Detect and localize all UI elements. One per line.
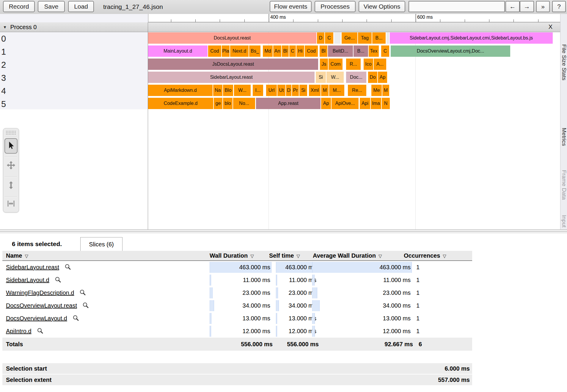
search-input[interactable] (409, 1, 505, 12)
timeline-slice[interactable]: CodeExample.d (148, 98, 213, 109)
timeline-slice[interactable]: Ge... (342, 32, 357, 44)
timeline-slice[interactable]: D (317, 32, 324, 44)
row-name-link[interactable]: SidebarLayout.reast (6, 261, 71, 274)
help-button[interactable]: ? (552, 1, 566, 12)
timeline-slice[interactable]: Bl (320, 45, 327, 57)
close-process-button[interactable]: X (549, 23, 552, 30)
processes-button[interactable]: Processes (315, 1, 356, 12)
timeline-slice[interactable]: Bl (282, 45, 289, 57)
row-name-link[interactable]: DocsOverviewLayout.reast (6, 299, 89, 312)
timeline-slice[interactable]: Js (320, 59, 328, 70)
row-name-link[interactable]: SidebarLayout.d (6, 274, 61, 286)
timeline-slice[interactable]: SidebarLayout.reast (148, 72, 315, 83)
magnifier-icon[interactable] (65, 262, 71, 268)
timeline-slice[interactable]: C (289, 45, 296, 57)
timeline-slice[interactable]: Tag (358, 32, 372, 44)
magnifier-icon[interactable] (37, 326, 43, 332)
sort-icon[interactable]: ▽ (250, 254, 254, 259)
timeline-slice[interactable]: D (286, 85, 291, 96)
timeline-slice[interactable]: Next.d (230, 45, 249, 57)
magnifier-icon[interactable] (82, 300, 89, 307)
timeline-slice[interactable]: A... (374, 59, 386, 70)
timeline-slice[interactable]: Url (266, 85, 277, 96)
tab-slices[interactable]: Slices (6) (80, 237, 122, 251)
magnifier-icon[interactable] (73, 313, 79, 319)
record-button[interactable]: Record (3, 1, 35, 12)
sort-icon[interactable]: ▽ (443, 254, 446, 259)
magnifier-icon[interactable] (79, 287, 86, 294)
ruler[interactable]: 400 ms600 ms (148, 14, 560, 22)
timeline-slice[interactable]: Si (299, 85, 307, 96)
zoom-tool-button[interactable] (4, 178, 18, 193)
timeline-slice[interactable]: ApiOve... (332, 98, 359, 109)
collapse-icon[interactable]: ▼ (3, 25, 7, 29)
timeline-slice[interactable]: M... (329, 85, 344, 96)
timeline-slice[interactable]: I... (253, 85, 263, 96)
row-name-link[interactable]: ApiIntro.d (6, 325, 43, 338)
timeline-slice[interactable]: Hi (296, 45, 304, 57)
timeline-slice[interactable]: Re... (348, 85, 366, 96)
timeline-slice[interactable]: Pla (222, 45, 230, 57)
column-header-name[interactable]: Name▽ (6, 251, 28, 260)
timeline-slice[interactable]: W... (326, 72, 344, 83)
timeline-slice[interactable]: No... (233, 98, 255, 109)
timeline-slice[interactable]: B... (354, 45, 368, 57)
timeline-slice[interactable]: Ap (321, 98, 331, 109)
timeline-slice[interactable]: BeltD... (328, 45, 353, 57)
load-button[interactable]: Load (68, 1, 94, 12)
select-tool-button[interactable] (4, 138, 18, 154)
timeline-slice[interactable]: DocsLayout.reast (148, 32, 316, 44)
timeline-slice[interactable]: Ico (364, 59, 373, 70)
timeline-slice[interactable]: Me (371, 85, 382, 96)
timeline-slice[interactable]: Pr (292, 85, 299, 96)
timeline-slice[interactable]: JsDocsLayout.reast (148, 59, 318, 70)
column-header-occurrences[interactable]: Occurrences▽ (404, 251, 446, 260)
timeline-slice[interactable]: Api (360, 98, 370, 109)
timeline-slice[interactable]: Si (316, 72, 326, 83)
magnifier-icon[interactable] (55, 275, 61, 281)
forward-button[interactable]: → (520, 1, 534, 12)
timeline-slice[interactable]: Na (213, 85, 222, 96)
overflow-button[interactable]: » (536, 1, 550, 12)
timeline-slice[interactable]: App.reast (256, 98, 321, 109)
timeline-slice[interactable]: W... (234, 85, 251, 96)
timeline-slice[interactable]: Do (368, 72, 377, 83)
timeline-slice[interactable]: Cod (305, 45, 318, 57)
timeline-slice[interactable]: Xml (309, 85, 321, 96)
timeline-slice[interactable] (334, 32, 341, 44)
sort-icon[interactable]: ▽ (378, 254, 382, 259)
timeline-slice[interactable]: C (325, 32, 333, 44)
sort-icon[interactable]: ▽ (296, 254, 300, 259)
timeline-slice[interactable] (387, 32, 389, 44)
timeline-slice[interactable]: Ap (378, 72, 387, 83)
timeline-slice[interactable]: Blo (223, 85, 233, 96)
timeline-slice[interactable]: M (321, 85, 329, 96)
grip-handle[interactable] (6, 130, 16, 135)
timeline-slice[interactable]: Ima (371, 98, 381, 109)
save-button[interactable]: Save (38, 1, 65, 12)
side-tab-file-size-stats[interactable]: File Size Stats (561, 44, 567, 80)
process-header[interactable]: ▼ Process 0 X (0, 22, 560, 32)
row-name-link[interactable]: DocsOverviewLayout.d (6, 312, 79, 325)
timeline-slice[interactable]: Com (329, 59, 343, 70)
column-header-self-time[interactable]: Self time▽ (269, 251, 300, 260)
timeline-slice[interactable]: Ut (277, 85, 285, 96)
column-header-wall-duration[interactable]: Wall Duration▽ (210, 251, 254, 260)
timeline-slice[interactable]: N (382, 98, 390, 109)
timeline-slice[interactable]: Tex (369, 45, 379, 57)
timeline-slice[interactable]: B... (372, 32, 386, 44)
pan-tool-button[interactable] (4, 158, 18, 174)
timeline-slice[interactable]: M (382, 85, 389, 96)
side-tab-metrics[interactable]: Metrics (561, 128, 567, 146)
timeline-slice[interactable]: DocsOverviewLayout.cmj,Doc... (391, 45, 510, 57)
timeline-slice[interactable]: Doc... (346, 72, 366, 83)
timeline-slice[interactable]: Bs_ (249, 45, 260, 57)
flow-events-button[interactable]: Flow events (270, 1, 312, 12)
timeline-slice[interactable]: MainLayout.d (148, 45, 208, 57)
timeline-slice[interactable]: C (381, 45, 389, 57)
timeline-slice[interactable]: An (273, 45, 281, 57)
timeline-slice[interactable]: Cod (208, 45, 221, 57)
timeline-slice[interactable]: Md (263, 45, 273, 57)
back-button[interactable]: ← (505, 1, 520, 12)
timing-tool-button[interactable] (4, 197, 18, 211)
